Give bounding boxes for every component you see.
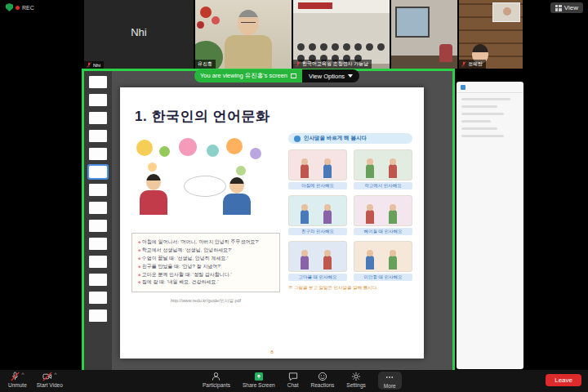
- camera-off-icon: [42, 372, 52, 381]
- name-tag-label: 유진홍: [198, 60, 212, 68]
- panel-placeholder-line: [461, 135, 504, 137]
- screen-share-banner: You are viewing 유진홍's screen View Option…: [194, 69, 359, 82]
- cell-illustration: [354, 149, 412, 180]
- gear-icon: [351, 372, 361, 381]
- participants-icon: [212, 372, 220, 381]
- panel-placeholder-line: [461, 98, 510, 100]
- view-options-button[interactable]: View Options: [302, 69, 359, 82]
- share-screen-button[interactable]: Share Screen: [243, 372, 275, 390]
- reactions-button[interactable]: Reactions: [310, 372, 334, 390]
- name-tag: 유진홍: [195, 60, 216, 69]
- participants-button[interactable]: Participants: [203, 372, 230, 390]
- slide-thumbnail-active[interactable]: [89, 166, 107, 178]
- slide-thumbnail-strip[interactable]: [84, 71, 112, 372]
- red-banner-illustration: [298, 2, 332, 9]
- more-label: More: [384, 383, 396, 390]
- projector-screen-illustration: [395, 7, 430, 38]
- cell-illustration: [288, 241, 347, 272]
- presentation-slide: 1. 한국인의 언어문화 아침에 일어나서: '어머니, 아버지 안녕히 주무셨…: [120, 87, 424, 359]
- more-button[interactable]: More: [378, 372, 402, 390]
- speech-bubble: [184, 176, 226, 197]
- cell-caption: 헤어질 때 인사해요: [354, 228, 412, 235]
- monitor-icon: [291, 74, 296, 78]
- chair-illustration: [439, 44, 452, 62]
- mic-muted-icon: [11, 372, 20, 381]
- chat-button[interactable]: Chat: [287, 372, 299, 390]
- panel-header: 인사말을 바르게 해 봅시다: [288, 133, 412, 144]
- zoom-window: REC View Nhi Nhi 유진홍 한국어교육원 초: [0, 0, 588, 392]
- cell-caption: 미안할 때 인사해요: [354, 274, 412, 281]
- panel-header-label: 인사말을 바르게 해 봅시다: [304, 135, 367, 142]
- slide-thumbnail[interactable]: [89, 310, 107, 322]
- glasses: [241, 22, 256, 24]
- source-url: http://www.redu.kr/guide/인사말.pdf: [131, 298, 280, 304]
- view-button-label: View: [564, 4, 578, 11]
- gallery-view-icon: [555, 5, 562, 11]
- cell-illustration: [354, 195, 412, 226]
- mic-muted-icon: [87, 62, 91, 68]
- bullet-line: 고마운 분께 인사할 때: '정말 감사합니다.': [138, 271, 274, 279]
- slide-thumbnail[interactable]: [89, 202, 107, 214]
- slide-thumbnail[interactable]: [89, 148, 107, 160]
- start-video-caret[interactable]: ^: [54, 372, 56, 377]
- slide-thumbnail[interactable]: [89, 238, 107, 250]
- viewing-screen-message: You are viewing 유진홍's screen: [194, 69, 302, 82]
- settings-button[interactable]: Settings: [346, 372, 366, 390]
- panel-icon: [461, 85, 466, 90]
- slide-thumbnail[interactable]: [89, 274, 107, 286]
- slide-right-column: 인사말을 바르게 해 봅시다 아침에 인사해요 학교에서 인사해요 친구와 인사…: [288, 133, 412, 291]
- video-tile-speaker[interactable]: 유진홍: [195, 0, 292, 69]
- slide-thumbnail[interactable]: [89, 220, 107, 232]
- video-tile-office[interactable]: [391, 0, 457, 69]
- recording-indicator: REC: [6, 3, 34, 11]
- name-tag: 전혜란: [459, 60, 486, 69]
- slide-thumbnail[interactable]: [89, 76, 107, 88]
- grid-cell: 친구와 인사해요: [288, 195, 347, 235]
- unmute-label: Unmute: [8, 382, 27, 389]
- name-tag: 한국어교육원 초청연사 가능남: [293, 60, 372, 69]
- panel-placeholder-line: [461, 120, 491, 122]
- meeting-toolbar: ^ Unmute ^ Start Video Participants: [0, 370, 588, 392]
- rec-label: REC: [22, 5, 34, 11]
- view-button[interactable]: View: [550, 2, 583, 13]
- slide-left-column: 아침에 일어나서: '어머니, 아버지 안녕히 주무셨어요?' 학교에서 선생님…: [131, 138, 280, 304]
- view-options-label: View Options: [309, 73, 345, 80]
- slide-thumbnail[interactable]: [89, 94, 107, 106]
- name-tag-label: 전혜란: [468, 60, 483, 68]
- share-screen-icon: [254, 372, 264, 381]
- unmute-caret[interactable]: ^: [21, 372, 24, 377]
- cell-caption: 친구와 인사해요: [288, 228, 347, 235]
- video-tile-classroom[interactable]: 한국어교육원 초청연사 가능남: [293, 0, 390, 69]
- grid-cell: 미안할 때 인사해요: [354, 241, 412, 281]
- encryption-shield-icon: [6, 3, 13, 11]
- slide-thumbnail[interactable]: [89, 292, 107, 304]
- inset-video: [492, 2, 520, 22]
- slide-thumbnail[interactable]: [89, 130, 107, 142]
- page-number: 8: [120, 350, 424, 354]
- bullet-line: 친구를 만났을 때: '안녕? 잘 지냈어?': [138, 263, 274, 271]
- slide-thumbnail[interactable]: [89, 112, 107, 124]
- side-panel-header: [457, 82, 523, 93]
- unmute-button[interactable]: ^ Unmute: [8, 372, 27, 389]
- mic-muted-icon: [296, 61, 301, 67]
- grid-cell: 아침에 인사해요: [288, 149, 347, 189]
- slide-thumbnail[interactable]: [89, 184, 107, 196]
- video-tile-nhi[interactable]: Nhi Nhi: [84, 0, 194, 69]
- cell-illustration: [288, 149, 347, 180]
- side-panel[interactable]: [457, 82, 523, 369]
- video-tile-jeonhyeran[interactable]: 전혜란: [459, 0, 523, 69]
- bullet-line: 아침에 일어나서: '어머니, 아버지 안녕히 주무셨어요?': [138, 238, 274, 247]
- chat-label: Chat: [287, 382, 299, 389]
- record-dot-icon: [16, 6, 20, 10]
- grid-cell: 학교에서 인사해요: [354, 149, 412, 189]
- cell-caption: 아침에 인사해요: [288, 182, 347, 189]
- start-video-button[interactable]: ^ Start Video: [37, 372, 63, 389]
- illustration-grid: 아침에 인사해요 학교에서 인사해요 친구와 인사해요 헤어질 때 인사해요: [288, 149, 412, 281]
- grid-cell: 헤어질 때 인사해요: [354, 195, 412, 235]
- settings-label: Settings: [346, 382, 366, 389]
- shared-screen-area: 1. 한국인의 언어문화 아침에 일어나서: '어머니, 아버지 안녕히 주무셨…: [82, 69, 455, 375]
- grid-cell: 고마울 때 인사해요: [288, 241, 347, 281]
- viewing-screen-text: You are viewing 유진홍's screen: [200, 72, 287, 80]
- slide-thumbnail[interactable]: [89, 256, 107, 268]
- leave-button[interactable]: Leave: [546, 374, 581, 386]
